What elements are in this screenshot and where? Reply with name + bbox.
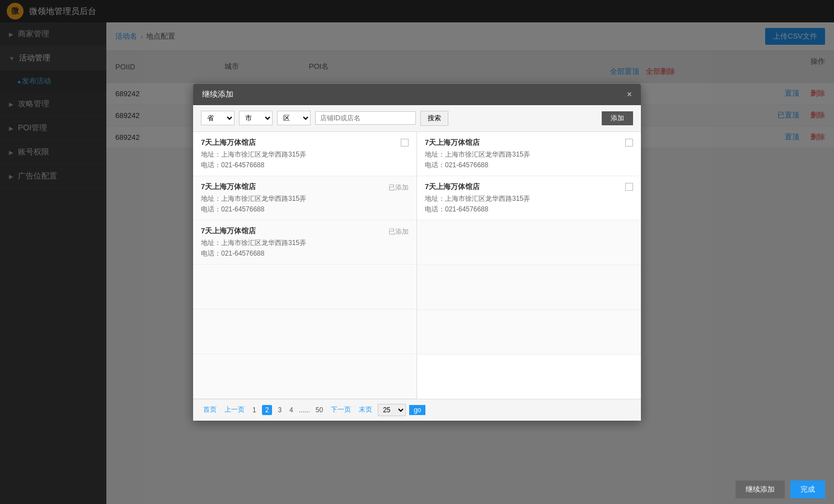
poi-item[interactable]: 7天上海万体馆店 地址：上海市徐汇区龙华西路315弄 电话：021-645766… — [417, 176, 641, 220]
poi-phone: 电话：021-64576688 — [425, 205, 621, 214]
poi-empty — [193, 265, 416, 309]
poi-info: 7天上海万体馆店 地址：上海市徐汇区龙华西路315弄 电话：021-645766… — [425, 138, 621, 170]
poi-phone: 电话：021-64576688 — [201, 161, 396, 170]
modal-toolbar: 省 市 区 搜索 添加 — [193, 105, 641, 132]
province-select[interactable]: 省 — [201, 111, 235, 125]
poi-addr: 地址：上海市徐汇区龙华西路315弄 — [425, 194, 621, 204]
search-button[interactable]: 搜索 — [420, 111, 448, 126]
modal-pagination: 首页 上一页 1 2 3 4 ...... 50 下一页 末页 25 50 go — [193, 399, 641, 421]
add-button[interactable]: 添加 — [602, 111, 633, 125]
poi-addr: 地址：上海市徐汇区龙华西路315弄 — [201, 150, 396, 159]
page-next[interactable]: 下一页 — [329, 404, 353, 416]
poi-checkbox[interactable] — [401, 139, 409, 147]
city-select[interactable]: 市 — [239, 111, 273, 125]
modal-right-col: 7天上海万体馆店 地址：上海市徐汇区龙华西路315弄 电话：021-645766… — [417, 132, 641, 399]
poi-info: 7天上海万体馆店 地址：上海市徐汇区龙华西路315弄 电话：021-645766… — [201, 226, 384, 258]
modal-header: 继续添加 × — [193, 84, 641, 105]
page-3[interactable]: 3 — [275, 405, 284, 415]
poi-empty — [417, 220, 641, 265]
poi-empty — [193, 309, 416, 354]
poi-item[interactable]: 7天上海万体馆店 地址：上海市徐汇区龙华西路315弄 电话：021-645766… — [193, 176, 416, 220]
poi-addr: 地址：上海市徐汇区龙华西路315弄 — [425, 150, 621, 159]
poi-name: 7天上海万体馆店 — [201, 226, 384, 236]
page-50[interactable]: 50 — [313, 405, 325, 415]
page-go-button[interactable]: go — [409, 405, 425, 415]
poi-info: 7天上海万体馆店 地址：上海市徐汇区龙华西路315弄 电话：021-645766… — [201, 182, 384, 214]
district-select[interactable]: 区 — [277, 111, 311, 125]
poi-empty — [417, 310, 641, 355]
poi-checkbox[interactable] — [625, 183, 633, 191]
modal-left-col: 7天上海万体馆店 地址：上海市徐汇区龙华西路315弄 电话：021-645766… — [193, 132, 417, 399]
poi-checkbox[interactable] — [625, 139, 633, 147]
modal: 继续添加 × 省 市 区 搜索 添加 7天上海万体馆店 地址：上海市徐汇区龙华西… — [193, 84, 641, 421]
bottom-bar: 继续添加 完成 — [727, 475, 834, 504]
poi-phone: 电话：021-64576688 — [201, 249, 384, 258]
modal-title: 继续添加 — [202, 90, 233, 100]
page-1[interactable]: 1 — [250, 405, 259, 415]
poi-item[interactable]: 7天上海万体馆店 地址：上海市徐汇区龙华西路315弄 电话：021-645766… — [417, 132, 641, 176]
poi-addr: 地址：上海市徐汇区龙华西路315弄 — [201, 194, 384, 204]
poi-item[interactable]: 7天上海万体馆店 地址：上海市徐汇区龙华西路315弄 电话：021-645766… — [193, 220, 416, 265]
modal-poi-grid: 7天上海万体馆店 地址：上海市徐汇区龙华西路315弄 电话：021-645766… — [193, 132, 641, 399]
poi-phone: 电话：021-64576688 — [425, 161, 621, 170]
poi-name: 7天上海万体馆店 — [201, 138, 396, 148]
continue-add-button[interactable]: 继续添加 — [735, 481, 785, 498]
poi-item[interactable]: 7天上海万体馆店 地址：上海市徐汇区龙华西路315弄 电话：021-645766… — [193, 132, 416, 176]
modal-close-button[interactable]: × — [627, 90, 632, 99]
poi-addr: 地址：上海市徐汇区龙华西路315弄 — [201, 238, 384, 248]
page-prev[interactable]: 上一页 — [222, 404, 247, 416]
poi-phone: 电话：021-64576688 — [201, 205, 384, 214]
page-size-select[interactable]: 25 50 — [378, 404, 406, 416]
modal-overlay: 继续添加 × 省 市 区 搜索 添加 7天上海万体馆店 地址：上海市徐汇区龙华西… — [0, 0, 834, 504]
page-last[interactable]: 末页 — [357, 404, 374, 416]
poi-name: 7天上海万体馆店 — [425, 182, 621, 192]
page-first[interactable]: 首页 — [201, 404, 219, 416]
poi-empty — [193, 354, 416, 399]
poi-info: 7天上海万体馆店 地址：上海市徐汇区龙华西路315弄 电话：021-645766… — [425, 182, 621, 214]
page-ellipsis: ...... — [299, 406, 310, 414]
page-current[interactable]: 2 — [262, 405, 273, 415]
finish-button[interactable]: 完成 — [790, 481, 825, 498]
poi-empty — [417, 265, 641, 310]
poi-status: 已添加 — [388, 183, 409, 192]
poi-name: 7天上海万体馆店 — [425, 138, 621, 148]
page-4[interactable]: 4 — [287, 405, 296, 415]
poi-name: 7天上海万体馆店 — [201, 182, 384, 192]
poi-status: 已添加 — [388, 227, 409, 237]
search-input[interactable] — [315, 111, 416, 125]
poi-info: 7天上海万体馆店 地址：上海市徐汇区龙华西路315弄 电话：021-645766… — [201, 138, 396, 170]
